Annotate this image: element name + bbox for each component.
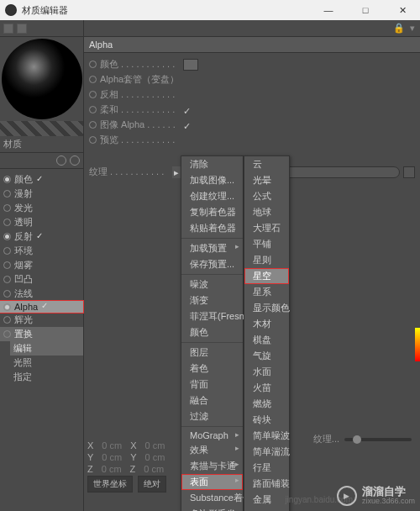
menu-icon[interactable]: ▾ (410, 23, 415, 34)
menu-item-火苗[interactable]: 火苗 (244, 380, 289, 396)
channel-颜色[interactable]: 颜色 (0, 172, 83, 187)
menu-item-加载图像...[interactable]: 加载图像... (181, 172, 243, 188)
menu-item-行星[interactable]: 行星 (244, 460, 289, 476)
menu-item-粘贴着色器[interactable]: 粘贴着色器 (181, 220, 243, 236)
menu-item-木材[interactable]: 木材 (244, 316, 289, 332)
material-preview[interactable] (2, 39, 82, 119)
target-icon[interactable] (70, 155, 80, 166)
radio-icon[interactable] (3, 303, 11, 311)
menu-item-创建纹理...[interactable]: 创建纹理... (181, 188, 243, 204)
check-icon[interactable] (36, 233, 45, 241)
menu-item-燃烧[interactable]: 燃烧 (244, 396, 289, 412)
channel-法线[interactable]: 法线 (0, 287, 83, 301)
check-icon[interactable] (183, 136, 192, 145)
menu-item-光晕[interactable]: 光晕 (244, 172, 289, 188)
check-icon[interactable]: ✓ (183, 106, 192, 114)
menu-item-显示颜色[interactable]: 显示颜色 (244, 300, 289, 316)
menu-item-颜色[interactable]: 颜色 (181, 324, 243, 340)
check-icon[interactable] (41, 303, 50, 311)
menu-item-金星[interactable]: 金星 (244, 508, 289, 511)
lock-icon[interactable]: 🔒 (393, 23, 405, 34)
radio-icon[interactable] (3, 233, 11, 240)
menu-item-Substance着色器[interactable]: Substance着色器 (181, 490, 243, 506)
menu-item-棋盘[interactable]: 棋盘 (244, 332, 289, 348)
check-icon[interactable] (36, 330, 45, 339)
slider-thumb[interactable] (353, 435, 361, 444)
channel-漫射[interactable]: 漫射 (0, 187, 83, 201)
menu-item-保存预置...[interactable]: 保存预置... (181, 256, 243, 272)
menu-item-星空[interactable]: 星空 (244, 268, 289, 284)
radio-icon[interactable] (3, 219, 11, 226)
radio-icon[interactable] (3, 204, 11, 212)
menu-item-多边形毛发[interactable]: 多边形毛发 (181, 506, 243, 511)
menu-item-噪波[interactable]: 噪波 (181, 277, 243, 292)
color-swatch[interactable] (183, 59, 198, 71)
coordinate-mode-dropdown[interactable]: 绝对 (138, 476, 166, 493)
menu-item-公式[interactable]: 公式 (244, 188, 289, 204)
menu-item-简单噪波[interactable]: 简单噪波 (244, 428, 289, 444)
channel-反射[interactable]: 反射 (0, 229, 83, 244)
radio-icon[interactable] (3, 276, 11, 283)
menu-item-MoGraph[interactable]: MoGraph (181, 429, 243, 442)
menu-item-表面[interactable]: 表面 (181, 474, 243, 490)
menu-item-背面[interactable]: 背面 (181, 377, 243, 392)
close-button[interactable]: ✕ (390, 5, 415, 16)
tool-icon[interactable] (3, 24, 13, 34)
channel-烟雾[interactable]: 烟雾 (0, 258, 83, 272)
channel-置换[interactable]: 置换 (0, 327, 83, 341)
surface-submenu[interactable]: 云光晕公式地球大理石平铺星则星空星系显示颜色木材棋盘气旋水面火苗燃烧砖块简单噪波… (244, 155, 290, 511)
menu-item-加载预置[interactable]: 加载预置 (181, 240, 243, 256)
channel-Alpha[interactable]: Alpha (0, 301, 83, 313)
menu-item-大理石[interactable]: 大理石 (244, 220, 289, 236)
menu-item-着色[interactable]: 着色 (181, 361, 243, 377)
menu-item-平铺[interactable]: 平铺 (244, 236, 289, 252)
menu-item-路面铺装[interactable]: 路面铺装 (244, 476, 289, 492)
radio-icon[interactable] (89, 76, 97, 83)
menu-item-简单湍流[interactable]: 简单湍流 (244, 444, 289, 460)
menu-item-砖块[interactable]: 砖块 (244, 412, 289, 428)
check-icon[interactable] (36, 276, 45, 284)
opacity-slider[interactable] (344, 438, 412, 441)
coordinate-system-dropdown[interactable]: 世界坐标 (87, 476, 133, 493)
radio-icon[interactable] (89, 106, 97, 113)
menu-item-复制着色器[interactable]: 复制着色器 (181, 204, 243, 220)
menu-item-地球[interactable]: 地球 (244, 204, 289, 220)
check-icon[interactable] (183, 91, 192, 99)
menu-item-图层[interactable]: 图层 (181, 345, 243, 361)
radio-icon[interactable] (89, 61, 97, 68)
coord-value[interactable]: 0 cm (102, 452, 122, 462)
arrow-icon[interactable] (56, 155, 66, 166)
sub-编辑[interactable]: 编辑 (10, 341, 83, 356)
radio-icon[interactable] (3, 290, 11, 298)
radio-icon[interactable] (89, 91, 97, 98)
sub-光照[interactable]: 光照 (10, 356, 83, 370)
maximize-button[interactable]: □ (353, 5, 378, 16)
menu-item-星则[interactable]: 星则 (244, 252, 289, 268)
menu-item-菲涅耳(Fresnel)[interactable]: 菲涅耳(Fresnel) (181, 308, 243, 324)
texture-arrow-button[interactable]: ▸ (172, 166, 181, 178)
check-icon[interactable] (36, 261, 45, 270)
check-icon[interactable] (36, 290, 45, 298)
channel-发光[interactable]: 发光 (0, 201, 83, 215)
check-icon[interactable] (36, 204, 45, 213)
tool-icon[interactable] (17, 24, 27, 34)
channel-透明[interactable]: 透明 (0, 215, 83, 229)
menu-item-气旋[interactable]: 气旋 (244, 348, 289, 364)
menu-item-渐变[interactable]: 渐变 (181, 292, 243, 308)
menu-item-水面[interactable]: 水面 (244, 364, 289, 380)
check-icon[interactable] (36, 176, 45, 184)
menu-item-效果[interactable]: 效果 (181, 442, 243, 458)
menu-item-素描与卡通[interactable]: 素描与卡通 (181, 458, 243, 474)
check-icon[interactable] (36, 316, 45, 324)
coord-value[interactable]: 0 cm (102, 440, 122, 450)
radio-icon[interactable] (3, 330, 11, 338)
radio-icon[interactable] (3, 247, 11, 255)
channel-环境[interactable]: 环境 (0, 244, 83, 258)
menu-item-清除[interactable]: 清除 (181, 156, 243, 172)
menu-item-金属[interactable]: 金属 (244, 492, 289, 508)
channel-凹凸[interactable]: 凹凸 (0, 272, 83, 287)
minimize-button[interactable]: — (316, 5, 341, 16)
check-icon[interactable] (36, 190, 45, 198)
texture-context-menu[interactable]: 清除加载图像...创建纹理...复制着色器粘贴着色器加载预置保存预置...噪波渐… (181, 155, 244, 511)
sub-指定[interactable]: 指定 (10, 370, 83, 384)
